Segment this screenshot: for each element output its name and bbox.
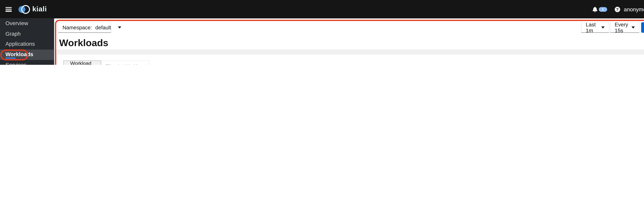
notification-count-badge[interactable]: 1 [599, 7, 607, 12]
refresh-button[interactable] [641, 22, 644, 33]
user-menu[interactable]: anonymous [624, 6, 644, 12]
filter-type-dropdown[interactable]: Workload Name [63, 60, 101, 65]
filter-toolbar: Workload Name [63, 60, 150, 65]
duration-select[interactable]: Last 1m [581, 22, 609, 33]
main-content: Namespace: default Last 1m Every 15s [54, 18, 644, 65]
filter-input[interactable] [101, 60, 150, 65]
chevron-down-icon [601, 26, 604, 28]
refresh-interval-value: Every 15s [615, 22, 632, 33]
sidebar-item-services[interactable]: Services [0, 60, 54, 65]
workloads-card: Workload Name Health Name Namesp [58, 54, 644, 65]
help-icon[interactable]: ? [615, 6, 620, 12]
duration-select-value: Last 1m [586, 22, 601, 33]
nav-toggle-hamburger-icon[interactable] [6, 7, 12, 12]
sidebar-item-overview[interactable]: Overview [0, 18, 54, 29]
namespace-select-value: default [95, 24, 111, 30]
brand-text: kiali [32, 5, 47, 14]
chevron-down-icon [632, 26, 635, 28]
namespace-select-label: Namespace: [62, 24, 92, 30]
sidebar: Overview Graph Applications Workloads Se… [0, 18, 54, 65]
masthead: kiali 1 ? anonymous [0, 0, 644, 18]
kiali-logo-icon [18, 4, 31, 14]
namespace-select[interactable]: Namespace: default [58, 22, 111, 33]
notifications-bell-icon[interactable] [592, 6, 597, 12]
sidebar-item-workloads[interactable]: Workloads [0, 50, 54, 60]
sidebar-item-applications[interactable]: Applications [0, 39, 54, 50]
page-title: Workloads [59, 37, 108, 49]
time-controls: Last 1m Every 15s [581, 22, 644, 33]
refresh-interval-select[interactable]: Every 15s [610, 22, 640, 33]
page-toolbar: Namespace: default Last 1m Every 15s [54, 18, 644, 50]
masthead-right: 1 ? anonymous [592, 6, 644, 12]
app-root: kiali 1 ? anonymous Overview Graph Appli… [0, 0, 644, 65]
chevron-down-icon [118, 26, 121, 28]
filter-type-label: Workload Name [68, 60, 94, 65]
kiali-brand[interactable]: kiali [18, 4, 47, 14]
sidebar-item-graph[interactable]: Graph [0, 29, 54, 39]
